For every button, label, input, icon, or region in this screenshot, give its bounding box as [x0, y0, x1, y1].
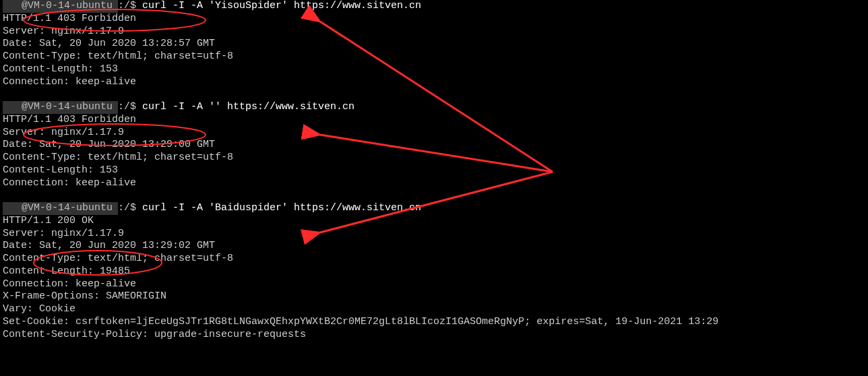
response-line: Content-Type: text/html; charset=utf-8 — [0, 253, 868, 265]
response-line: Server: nginx/1.17.9 — [0, 26, 868, 38]
prompt-path: :/$ — [118, 101, 142, 113]
command-text: curl -I -A 'YisouSpider' https://www.sit… — [142, 0, 421, 11]
command-text: curl -I -A '' https://www.sitven.cn — [142, 101, 354, 113]
response-line: Connection: keep-alive — [0, 76, 868, 89]
prompt-path: :/$ — [118, 202, 142, 214]
response-line: Content-Type: text/html; charset=utf-8 — [0, 51, 868, 63]
response-line: Content-Type: text/html; charset=utf-8 — [0, 152, 868, 164]
prompt-host: @VM-0-14-ubuntu — [3, 101, 118, 114]
response-line: Content-Length: 153 — [0, 63, 868, 76]
response-line: Content-Length: 153 — [0, 164, 868, 177]
prompt-line[interactable]: @VM-0-14-ubuntu:/$ curl -I -A '' https:/… — [0, 101, 868, 114]
response-line: X-Frame-Options: SAMEORIGIN — [0, 290, 868, 303]
response-line: Vary: Cookie — [0, 303, 868, 316]
response-line: Connection: keep-alive — [0, 278, 868, 291]
response-line: Date: Sat, 20 Jun 2020 13:29:00 GMT — [0, 139, 868, 152]
response-line: Content-Security-Policy: upgrade-insecur… — [0, 329, 868, 342]
response-line: HTTP/1.1 403 Forbidden — [0, 13, 868, 26]
response-line: Server: nginx/1.17.9 — [0, 127, 868, 139]
response-line: Connection: keep-alive — [0, 177, 868, 190]
prompt-host: @VM-0-14-ubuntu — [3, 0, 118, 13]
response-line: Set-Cookie: csrftoken=ljEceUgSJTr1RG8tLN… — [0, 316, 868, 329]
prompt-line[interactable]: @VM-0-14-ubuntu:/$ curl -I -A 'Baiduspid… — [0, 202, 868, 215]
prompt-path: :/$ — [118, 0, 142, 11]
response-line — [0, 88, 868, 101]
response-line: Date: Sat, 20 Jun 2020 13:29:02 GMT — [0, 240, 868, 253]
response-line: Content-Length: 19485 — [0, 265, 868, 278]
response-line: Date: Sat, 20 Jun 2020 13:28:57 GMT — [0, 38, 868, 51]
prompt-line[interactable]: @VM-0-14-ubuntu:/$ curl -I -A 'YisouSpid… — [0, 0, 868, 13]
prompt-host: @VM-0-14-ubuntu — [3, 202, 118, 215]
terminal-output[interactable]: @VM-0-14-ubuntu:/$ curl -I -A 'YisouSpid… — [0, 0, 868, 341]
response-line — [0, 189, 868, 202]
command-text: curl -I -A 'Baiduspider' https://www.sit… — [142, 202, 421, 214]
response-line: HTTP/1.1 403 Forbidden — [0, 114, 868, 127]
response-line: Server: nginx/1.17.9 — [0, 228, 868, 241]
response-line: HTTP/1.1 200 OK — [0, 215, 868, 228]
